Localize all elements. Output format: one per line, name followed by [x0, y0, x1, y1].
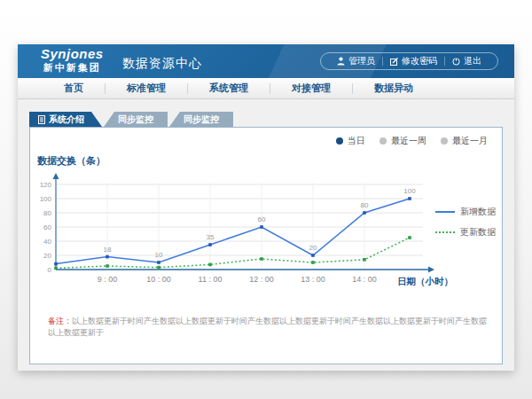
tab-3[interactable]: 同步监控 — [169, 112, 233, 127]
legend-swatch — [435, 231, 455, 233]
user-button[interactable]: 管理员 — [330, 55, 382, 67]
radio-option-2[interactable]: 最近一周 — [379, 135, 426, 147]
legend-swatch — [435, 211, 455, 213]
legend-label: 更新数据 — [460, 226, 496, 239]
tab-1[interactable]: 系统介绍 — [29, 112, 102, 127]
nav-item-3[interactable]: 系统管理 — [188, 82, 270, 95]
logout-label: 退出 — [464, 55, 481, 67]
svg-text:10 : 00: 10 : 00 — [146, 275, 171, 284]
y-axis-title: 数据交换（条） — [37, 154, 106, 168]
header-actions: 管理员 修改密码 退出 — [320, 52, 498, 70]
time-range-filter: 当日最近一周最近一月 — [336, 135, 488, 147]
change-password-label: 修改密码 — [402, 55, 437, 67]
header: Synjones 新中新集团 数据资源中心 管理员 修改密码 退出 — [18, 44, 514, 78]
tab-bar: 系统介绍同步监控同步监控 — [29, 112, 233, 127]
user-label: 管理员 — [348, 55, 375, 67]
svg-text:11 : 00: 11 : 00 — [199, 275, 223, 284]
power-icon — [452, 58, 460, 66]
radio-option-3[interactable]: 最近一月 — [441, 135, 488, 147]
tab-label: 同步监控 — [184, 113, 219, 126]
nav-item-2[interactable]: 标准管理 — [106, 82, 187, 95]
svg-text:100: 100 — [40, 195, 52, 203]
svg-text:20: 20 — [43, 252, 51, 260]
svg-text:60: 60 — [43, 223, 51, 231]
tab-label: 系统介绍 — [49, 113, 84, 126]
nav-item-4[interactable]: 对接管理 — [270, 82, 352, 95]
tab-2[interactable]: 同步监控 — [104, 112, 168, 127]
legend-item-2: 更新数据 — [435, 226, 496, 239]
logo-text-en: Synjones — [41, 47, 104, 62]
svg-text:40: 40 — [43, 238, 51, 246]
footnote: 备注：以上数据更新于时间产生数据以上数据更新于时间产生数据以上数据更新于时间产生… — [48, 316, 488, 338]
radio-dot — [379, 137, 387, 145]
svg-text:9 : 00: 9 : 00 — [98, 275, 118, 284]
edit-icon — [390, 58, 398, 66]
svg-text:80: 80 — [43, 209, 51, 217]
logo: Synjones 新中新集团 — [41, 47, 104, 73]
radio-label: 最近一月 — [452, 135, 488, 147]
footnote-text: 以上数据更新于时间产生数据以上数据更新于时间产生数据以上数据更新于时间产生数据以… — [48, 317, 487, 337]
svg-text:120: 120 — [40, 181, 52, 189]
radio-dot — [441, 137, 448, 145]
main-nav: 首页标准管理系统管理对接管理数据异动 — [18, 78, 514, 99]
chart-legend: 新增数据更新数据 — [435, 206, 496, 239]
svg-text:35: 35 — [207, 233, 215, 241]
svg-text:14 : 00: 14 : 00 — [352, 275, 377, 284]
document-icon — [38, 115, 45, 124]
tab-label: 同步监控 — [118, 113, 153, 126]
svg-text:20: 20 — [309, 244, 317, 252]
logo-text-cn: 新中新集团 — [41, 62, 104, 73]
logout-button[interactable]: 退出 — [445, 55, 489, 67]
svg-text:日期（小时）: 日期（小时） — [397, 276, 453, 287]
svg-text:12 : 00: 12 : 00 — [249, 275, 274, 284]
nav-item-1[interactable]: 首页 — [43, 82, 105, 95]
user-icon — [337, 57, 345, 66]
radio-label: 最近一周 — [391, 135, 426, 147]
app-window: Synjones 新中新集团 数据资源中心 管理员 修改密码 退出 首页标准管理… — [18, 44, 514, 371]
nav-item-5[interactable]: 数据异动 — [353, 82, 434, 95]
legend-label: 新增数据 — [460, 206, 496, 218]
content-panel: 当日最近一周最近一月 数据交换（条） 0204060801001209 : 00… — [29, 127, 503, 364]
radio-option-1[interactable]: 当日 — [336, 135, 365, 147]
app-title: 数据资源中心 — [122, 56, 202, 72]
radio-dot — [336, 137, 343, 145]
svg-text:80: 80 — [361, 201, 369, 209]
svg-text:60: 60 — [258, 215, 266, 223]
radio-label: 当日 — [348, 135, 365, 147]
footnote-prefix: 备注： — [48, 317, 72, 325]
legend-item-1: 新增数据 — [435, 206, 496, 218]
svg-text:100: 100 — [403, 187, 416, 195]
svg-text:10: 10 — [155, 251, 163, 259]
svg-text:0: 0 — [48, 266, 52, 274]
svg-text:18: 18 — [104, 246, 112, 254]
change-password-button[interactable]: 修改密码 — [383, 55, 444, 67]
svg-text:13 : 00: 13 : 00 — [301, 275, 325, 284]
line-chart: 0204060801001209 : 0010 : 0011 : 0012 : … — [38, 170, 481, 294]
